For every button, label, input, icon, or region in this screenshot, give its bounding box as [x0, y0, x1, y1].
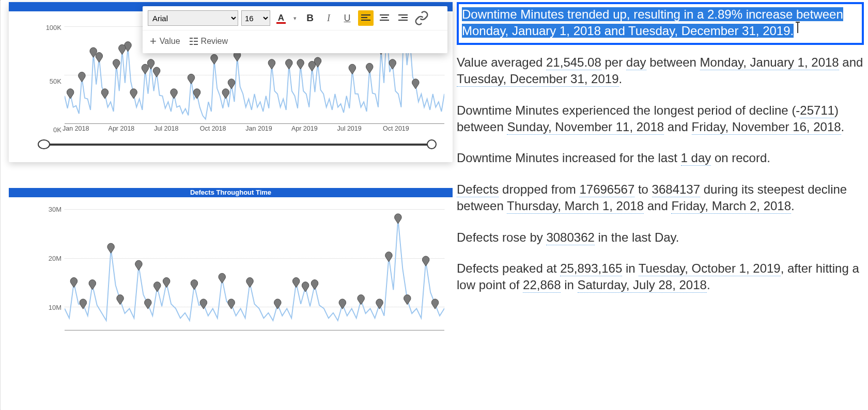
x-tick: Jan 2018 [63, 125, 89, 132]
bold-button[interactable]: B [302, 10, 318, 26]
value-link[interactable]: 25711 [800, 103, 834, 118]
date-link[interactable]: Monday, January 1, 2018 [700, 55, 839, 70]
x-tick: Apr 2019 [291, 125, 318, 132]
hyperlink-button[interactable] [414, 10, 429, 26]
date-link[interactable]: Friday, March 2, 2018 [671, 199, 791, 214]
date-link[interactable]: Sunday, November 11, 2018 [507, 120, 664, 135]
chart2-y-axis: 30M 20M 10M [39, 201, 61, 330]
x-tick: Oct 2019 [383, 125, 409, 132]
y-tick: 50K [39, 77, 61, 85]
x-tick: Jul 2019 [337, 125, 361, 132]
date-link[interactable]: Friday, November 16, 2018 [692, 120, 841, 135]
text-cursor-icon [794, 25, 794, 36]
align-left-button[interactable] [358, 10, 374, 26]
align-right-button[interactable] [395, 10, 411, 26]
font-color-button[interactable]: A [273, 10, 289, 26]
defects-chart-title: Defects Throughout Time [9, 188, 453, 197]
x-tick: Jan 2019 [245, 125, 272, 132]
date-link[interactable]: Saturday, July 28, 2018 [578, 278, 707, 293]
x-tick: Jul 2018 [154, 125, 178, 132]
chart1-x-axis: Jan 2018Apr 2018Jul 2018Oct 2018Jan 2019… [65, 125, 444, 134]
y-tick: 30M [39, 206, 61, 213]
value-link[interactable]: 22,868 [523, 278, 561, 293]
y-tick: 20M [39, 255, 61, 262]
defects-chart-card[interactable]: Defects Throughout Time 30M 20M 10M [9, 188, 453, 336]
review-label: Review [201, 37, 228, 46]
add-value-label: Value [160, 37, 180, 46]
italic-button[interactable]: I [321, 10, 336, 26]
font-color-chevron-icon[interactable]: ▾ [291, 15, 299, 22]
chart1-y-axis: 100K 50K 0K [39, 15, 61, 134]
font-family-select[interactable]: Arial [148, 10, 238, 26]
insights-panel: Downtime Minutes trended up, resulting i… [455, 0, 868, 410]
insight-defects-drop[interactable]: Defects dropped from 17696567 to 3684137… [457, 181, 864, 215]
insight-defects-peak[interactable]: Defects peaked at 25,893,165 in Tuesday,… [457, 260, 864, 294]
chart2-anomaly-markers [65, 201, 444, 330]
x-tick: Oct 2018 [200, 125, 226, 132]
review-list-icon [190, 38, 198, 45]
insight-longest-decline[interactable]: Downtime Minutes experienced the longest… [457, 102, 864, 136]
insight-defects-rose[interactable]: Defects rose by 3080362 in the last Day. [457, 229, 864, 246]
value-link[interactable]: 1 day [681, 151, 711, 166]
value-link[interactable]: 21,545.08 [546, 55, 601, 70]
range-handle-start[interactable] [38, 139, 50, 149]
add-value-button[interactable]: + Value [150, 36, 180, 47]
y-tick: 10M [39, 304, 61, 311]
align-center-button[interactable] [377, 10, 392, 26]
date-link[interactable]: Thursday, March 1, 2018 [507, 199, 644, 214]
value-link[interactable]: 3080362 [546, 230, 594, 245]
y-tick: 100K [39, 24, 61, 31]
insight-last-increase[interactable]: Downtime Minutes increased for the last … [457, 150, 864, 166]
value-link[interactable]: 17696567 [579, 182, 634, 197]
y-tick: 0K [39, 126, 61, 134]
range-handle-end[interactable] [427, 139, 437, 149]
underline-button[interactable]: U [339, 10, 355, 26]
value-link[interactable]: 3684137 [652, 182, 700, 197]
insight-highlighted[interactable]: Downtime Minutes trended up, resulting i… [457, 2, 864, 45]
chart2-plot-area[interactable] [65, 201, 444, 330]
font-size-select[interactable]: 16 [241, 10, 270, 26]
insight-average[interactable]: Value averaged 21,545.08 per day between… [457, 54, 864, 88]
date-link[interactable]: Tuesday, December 31, 2019 [457, 72, 619, 87]
metric-link[interactable]: Defects [457, 182, 499, 197]
review-button[interactable]: Review [190, 37, 228, 46]
value-link[interactable]: 25,893,165 [560, 261, 622, 276]
insight-highlighted-text: Downtime Minutes trended up, resulting i… [462, 7, 843, 38]
plus-icon: + [150, 36, 157, 47]
chart1-time-range-slider[interactable] [42, 137, 432, 152]
value-link[interactable]: day [626, 55, 646, 70]
x-tick: Apr 2018 [109, 125, 135, 132]
date-link[interactable]: Tuesday, October 1, 2019 [639, 261, 781, 276]
text-format-toolbar: Arial 16 A ▾ B I U [143, 6, 447, 53]
